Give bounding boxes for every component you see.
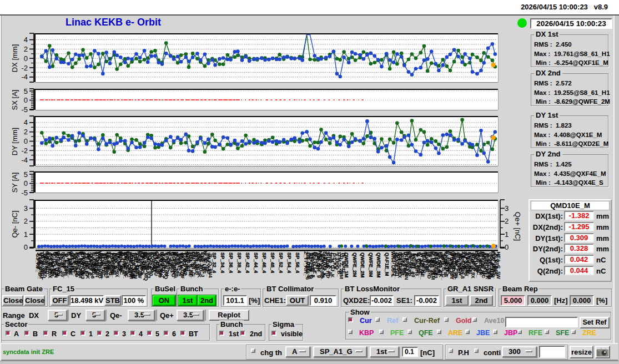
svg-text:SP_42_4: SP_42_4 bbox=[245, 252, 250, 273]
svg-text:QWDE_1M: QWDE_1M bbox=[344, 252, 349, 278]
svg-text:SP_44_4: SP_44_4 bbox=[253, 252, 259, 273]
svg-text:4: 4 bbox=[24, 36, 28, 44]
svg-text:SP_34_4: SP_34_4 bbox=[220, 252, 225, 273]
svg-text:SP_38_4: SP_38_4 bbox=[236, 252, 242, 273]
svg-text:QAF1E_M: QAF1E_M bbox=[384, 252, 390, 276]
svg-text:QWDE_3M: QWDE_3M bbox=[376, 252, 381, 278]
svg-text:SP_32_4: SP_32_4 bbox=[212, 252, 217, 273]
svg-text:QWFE_3M: QWFE_3M bbox=[368, 252, 374, 277]
svg-text:SP_54_4: SP_54_4 bbox=[286, 252, 292, 273]
svg-text:0: 0 bbox=[24, 243, 28, 251]
svg-text:0: 0 bbox=[505, 243, 509, 251]
svg-text:4: 4 bbox=[24, 118, 28, 127]
svg-text:QWFE_2M: QWFE_2M bbox=[352, 252, 358, 277]
svg-text:SP_56_4: SP_56_4 bbox=[295, 252, 300, 273]
svg-text:SP_52_4: SP_52_4 bbox=[278, 252, 284, 273]
svg-text:3: 3 bbox=[505, 204, 509, 213]
svg-text:SP_48_4: SP_48_4 bbox=[270, 252, 275, 273]
svg-text:-4: -4 bbox=[21, 156, 28, 164]
svg-text:-4: -4 bbox=[21, 73, 28, 81]
svg-text:QWDE_2M: QWDE_2M bbox=[360, 252, 365, 278]
svg-text:HEA_C_5W: HEA_C_5W bbox=[496, 252, 501, 280]
svg-text:SP_36_4: SP_36_4 bbox=[228, 252, 234, 273]
svg-text:3: 3 bbox=[24, 204, 28, 213]
svg-text:SP_46_4: SP_46_4 bbox=[261, 252, 267, 273]
